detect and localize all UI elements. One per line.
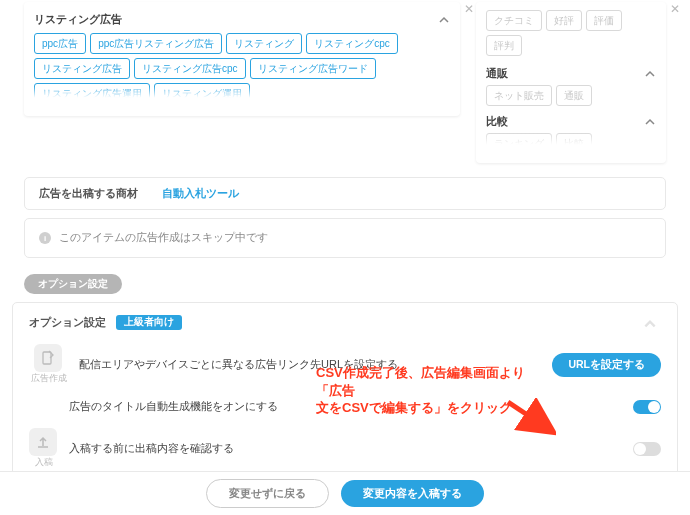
- option-row-confirm-label: 入稿する前に出稿内容を確認する: [69, 442, 234, 454]
- option-row-url-label: 配信エリアやデバイスごとに異なる広告リンク先URLを設定する: [79, 358, 398, 370]
- tag[interactable]: ppc広告リスティング広告: [90, 33, 222, 54]
- tag[interactable]: 評判: [486, 35, 522, 56]
- listing-ads-panel: ✕ リスティング広告 ppc広告 ppc広告リスティング広告 リスティング リス…: [24, 2, 460, 116]
- doc-edit-icon: [34, 344, 62, 372]
- option-row-autotitle: 広告のタイトル自動生成機能をオンにする: [29, 385, 661, 414]
- close-icon[interactable]: ✕: [464, 2, 474, 16]
- tag[interactable]: リスティング広告: [34, 58, 130, 79]
- footer-bar: 変更せずに戻る 変更内容を入稿する: [0, 471, 690, 515]
- chevron-up-icon: [644, 68, 656, 80]
- tag[interactable]: クチコミ: [486, 10, 542, 31]
- confirm-toggle[interactable]: [633, 442, 661, 456]
- ecommerce-tags: ネット販売 通販: [486, 85, 656, 106]
- tag[interactable]: リスティング広告cpc: [134, 58, 246, 79]
- review-tags: クチコミ 好評 評価 評判: [486, 10, 656, 56]
- close-icon[interactable]: ✕: [670, 2, 680, 16]
- option-row-autotitle-label: 広告のタイトル自動生成機能をオンにする: [69, 400, 278, 412]
- upload-icon: [29, 428, 57, 456]
- tag[interactable]: 評価: [586, 10, 622, 31]
- compare-tags: ランキング 比較: [486, 133, 656, 151]
- tag[interactable]: リスティング: [226, 33, 302, 54]
- tag[interactable]: リスティング運用: [154, 83, 250, 104]
- compare-header[interactable]: 比較: [486, 108, 656, 133]
- set-url-button[interactable]: URLを設定する: [552, 353, 661, 377]
- row-icon-caption: 入稿: [35, 456, 53, 469]
- ecommerce-header[interactable]: 通販: [486, 60, 656, 85]
- option-row-confirm: 入稿 入稿する前に出稿内容を確認する: [29, 414, 661, 469]
- chevron-up-icon: [438, 14, 450, 26]
- tag[interactable]: 比較: [556, 133, 592, 151]
- advanced-badge: 上級者向け: [116, 315, 182, 330]
- listing-ads-tags: ppc広告 ppc広告リスティング広告 リスティング リスティングcpc リステ…: [34, 33, 450, 104]
- auto-bid-tool-link[interactable]: 自動入札ツール: [162, 186, 239, 201]
- tag[interactable]: ネット販売: [486, 85, 552, 106]
- option-row-url: 広告作成 配信エリアやデバイスごとに異なる広告リンク先URLを設定する URLを…: [29, 330, 661, 385]
- ecommerce-title: 通販: [486, 66, 508, 81]
- tag[interactable]: リスティングcpc: [306, 33, 398, 54]
- tag[interactable]: リスティング広告運用: [34, 83, 150, 104]
- autotitle-toggle[interactable]: [633, 400, 661, 414]
- tag[interactable]: ランキング: [486, 133, 552, 151]
- listing-ads-header[interactable]: リスティング広告: [34, 10, 450, 33]
- footer-submit-button[interactable]: 変更内容を入稿する: [341, 480, 484, 507]
- chevron-up-icon: [644, 116, 656, 128]
- options-header[interactable]: オプション設定 上級者向け: [29, 315, 661, 330]
- svg-rect-0: [43, 352, 51, 364]
- related-categories-panel: ✕ クチコミ 好評 評価 評判 通販 ネット販売 通販 比較 ランキング 比較: [476, 2, 666, 163]
- tag[interactable]: 好評: [546, 10, 582, 31]
- chevron-up-icon: [643, 317, 655, 329]
- options-section-label: オプション設定: [24, 274, 122, 294]
- skip-alert: i このアイテムの広告作成はスキップ中です: [24, 218, 666, 258]
- footer-back-button[interactable]: 変更せずに戻る: [206, 479, 329, 508]
- product-row-label: 広告を出稿する商材: [39, 186, 138, 201]
- compare-title: 比較: [486, 114, 508, 129]
- tag[interactable]: リスティング広告ワード: [250, 58, 376, 79]
- listing-ads-title: リスティング広告: [34, 12, 122, 27]
- info-icon: i: [39, 232, 51, 244]
- tag[interactable]: ppc広告: [34, 33, 86, 54]
- alert-text: このアイテムの広告作成はスキップ中です: [59, 231, 268, 245]
- tag[interactable]: 通販: [556, 85, 592, 106]
- row-icon-caption: 広告作成: [31, 372, 67, 385]
- product-row: 広告を出稿する商材 自動入札ツール: [24, 177, 666, 210]
- options-title: オプション設定: [29, 315, 106, 330]
